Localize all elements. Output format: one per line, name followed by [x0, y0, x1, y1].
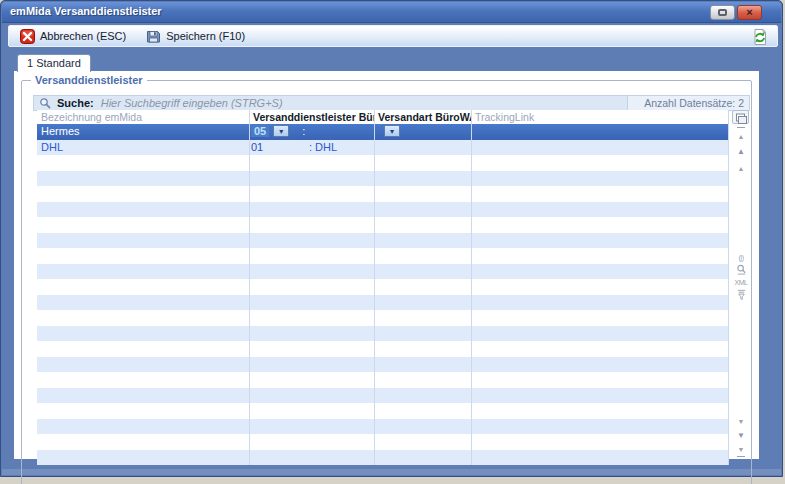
- carrier-code-dropdown[interactable]: ▾: [273, 125, 289, 137]
- cell-trackinglink[interactable]: [471, 372, 728, 388]
- cell-versandart[interactable]: [374, 186, 471, 202]
- table-row[interactable]: [37, 326, 728, 342]
- scroll-up-icon[interactable]: ▲: [731, 161, 751, 174]
- cell-versanddienstleister[interactable]: [249, 450, 374, 466]
- cell-versandart[interactable]: [374, 202, 471, 218]
- cell-bezeichnung[interactable]: [37, 186, 249, 202]
- cell-trackinglink[interactable]: [471, 341, 728, 357]
- cell-bezeichnung[interactable]: [37, 171, 249, 187]
- filter-icon[interactable]: [731, 289, 751, 300]
- scroll-down-fast-icon[interactable]: ▼: [731, 428, 751, 441]
- cell-trackinglink[interactable]: [471, 403, 728, 419]
- cell-versandart[interactable]: ▾: [374, 124, 471, 140]
- scroll-up-fast-icon[interactable]: ▲: [731, 144, 751, 157]
- cell-versanddienstleister[interactable]: [249, 186, 374, 202]
- cell-versanddienstleister[interactable]: [249, 326, 374, 342]
- table-row[interactable]: [37, 295, 728, 311]
- cell-versandart[interactable]: [374, 171, 471, 187]
- cell-versanddienstleister[interactable]: [249, 248, 374, 264]
- table-row[interactable]: [37, 310, 728, 326]
- cell-bezeichnung[interactable]: [37, 403, 249, 419]
- cell-versanddienstleister[interactable]: [249, 341, 374, 357]
- table-row[interactable]: [37, 450, 728, 466]
- table-row[interactable]: [37, 279, 728, 295]
- maximize-button[interactable]: [710, 5, 735, 20]
- cell-bezeichnung[interactable]: [37, 264, 249, 280]
- table-row[interactable]: [37, 434, 728, 450]
- table-row[interactable]: [37, 217, 728, 233]
- cell-versanddienstleister[interactable]: [249, 171, 374, 187]
- cell-versandart[interactable]: [374, 450, 471, 466]
- cell-versanddienstleister[interactable]: [249, 155, 374, 171]
- cell-bezeichnung[interactable]: [37, 202, 249, 218]
- cell-bezeichnung[interactable]: [37, 419, 249, 435]
- titlebar[interactable]: emMida Versanddienstleister ×: [2, 2, 781, 23]
- refresh-button[interactable]: [751, 28, 769, 46]
- cell-bezeichnung[interactable]: [37, 434, 249, 450]
- table-row[interactable]: [37, 419, 728, 435]
- cell-bezeichnung[interactable]: Hermes: [37, 124, 249, 140]
- cell-versanddienstleister[interactable]: 01: DHL: [249, 140, 374, 156]
- search-input[interactable]: Hier Suchbegriff eingeben (STRG+S): [101, 97, 283, 109]
- cell-bezeichnung[interactable]: [37, 388, 249, 404]
- cell-versanddienstleister[interactable]: [249, 419, 374, 435]
- cell-versandart[interactable]: [374, 403, 471, 419]
- cell-versanddienstleister[interactable]: [249, 295, 374, 311]
- cell-trackinglink[interactable]: [471, 202, 728, 218]
- cell-bezeichnung[interactable]: [37, 326, 249, 342]
- cell-versandart[interactable]: [374, 295, 471, 311]
- table-row[interactable]: [37, 248, 728, 264]
- table-row[interactable]: [37, 372, 728, 388]
- cell-trackinglink[interactable]: [471, 233, 728, 249]
- cell-trackinglink[interactable]: [471, 279, 728, 295]
- save-button[interactable]: Speichern (F10): [140, 26, 251, 46]
- cell-versanddienstleister[interactable]: [249, 357, 374, 373]
- cell-versandart[interactable]: [374, 388, 471, 404]
- cell-trackinglink[interactable]: [471, 264, 728, 280]
- cell-bezeichnung[interactable]: [37, 217, 249, 233]
- cell-bezeichnung[interactable]: [37, 372, 249, 388]
- column-header-trackinglink[interactable]: TrackingLink: [471, 110, 728, 124]
- cell-versandart[interactable]: [374, 279, 471, 295]
- copy-grid-button[interactable]: [732, 110, 749, 124]
- cell-bezeichnung[interactable]: [37, 450, 249, 466]
- cell-bezeichnung[interactable]: [37, 310, 249, 326]
- cell-bezeichnung[interactable]: [37, 155, 249, 171]
- cell-versandart[interactable]: [374, 217, 471, 233]
- cell-versandart[interactable]: [374, 419, 471, 435]
- column-header-bezeichnung[interactable]: Bezeichnung emMida: [37, 110, 249, 124]
- cell-trackinglink[interactable]: [471, 171, 728, 187]
- cell-trackinglink[interactable]: [471, 140, 728, 156]
- cell-bezeichnung[interactable]: [37, 279, 249, 295]
- table-row[interactable]: DHL01: DHL: [37, 140, 728, 156]
- cell-versandart[interactable]: [374, 372, 471, 388]
- cell-trackinglink[interactable]: [471, 155, 728, 171]
- cell-bezeichnung[interactable]: [37, 295, 249, 311]
- search-bar[interactable]: Suche: Hier Suchbegriff eingeben (STRG+S…: [33, 95, 750, 111]
- scroll-to-bottom-icon[interactable]: ▼: [731, 442, 751, 457]
- table-row[interactable]: [37, 155, 728, 171]
- cell-trackinglink[interactable]: [471, 186, 728, 202]
- cell-bezeichnung[interactable]: [37, 357, 249, 373]
- scroll-down-icon[interactable]: ▼: [731, 414, 751, 427]
- tab-standard[interactable]: 1 Standard: [17, 54, 91, 72]
- cell-versanddienstleister[interactable]: [249, 202, 374, 218]
- cell-bezeichnung[interactable]: [37, 248, 249, 264]
- cell-versanddienstleister[interactable]: 05▾:: [249, 124, 374, 140]
- cancel-button[interactable]: Abbrechen (ESC): [14, 26, 132, 46]
- table-search-icon[interactable]: [731, 264, 751, 275]
- carrier-code[interactable]: 01: [251, 141, 263, 153]
- cell-trackinglink[interactable]: [471, 310, 728, 326]
- cell-versanddienstleister[interactable]: [249, 233, 374, 249]
- close-button[interactable]: ×: [737, 5, 762, 20]
- cell-versandart[interactable]: [374, 341, 471, 357]
- carrier-code[interactable]: 05: [251, 125, 269, 137]
- cell-trackinglink[interactable]: [471, 326, 728, 342]
- table-row[interactable]: [37, 357, 728, 373]
- cell-bezeichnung[interactable]: DHL: [37, 140, 249, 156]
- table-row[interactable]: [37, 171, 728, 187]
- cell-versandart[interactable]: [374, 264, 471, 280]
- cell-trackinglink[interactable]: [471, 434, 728, 450]
- versandart-dropdown[interactable]: ▾: [384, 125, 400, 137]
- cell-bezeichnung[interactable]: [37, 233, 249, 249]
